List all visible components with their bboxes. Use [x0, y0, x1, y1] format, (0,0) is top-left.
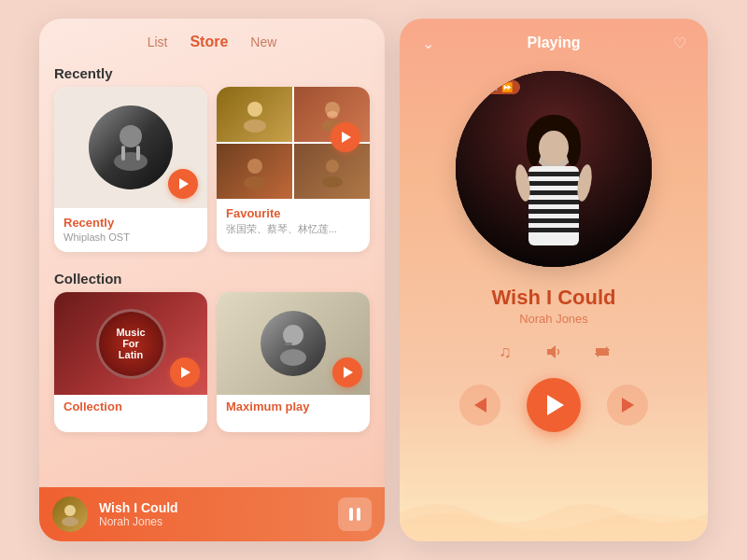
- recently-play-button[interactable]: [168, 169, 198, 199]
- collection-cards-row: MusicForLatin Collection: [39, 292, 385, 487]
- jazz-icon: [261, 311, 326, 376]
- svg-point-5: [244, 119, 266, 133]
- pause-bar-right: [357, 508, 360, 521]
- collection-section-title: Collection: [39, 263, 385, 292]
- drummer-avatar: [89, 105, 173, 189]
- favourite-card-title: Favourite: [226, 206, 360, 220]
- svg-point-13: [283, 325, 303, 345]
- svg-rect-16: [285, 343, 292, 345]
- svg-rect-28: [529, 181, 579, 186]
- tab-new[interactable]: New: [250, 35, 276, 49]
- favourite-card-sub: 张国荣、蔡琴、林忆莲...: [226, 222, 360, 236]
- favourite-card-img: [217, 87, 370, 199]
- pause-icon: [349, 508, 360, 521]
- track-artist: Norah Jones: [491, 312, 615, 326]
- svg-point-0: [120, 125, 142, 147]
- collection-card-info: Collection: [54, 395, 207, 418]
- svg-point-12: [322, 176, 343, 188]
- svg-marker-36: [547, 345, 556, 358]
- pause-button[interactable]: [338, 497, 372, 531]
- fav-img-3: [217, 144, 292, 199]
- favourite-card-info: Favourite 张国荣、蔡琴、林忆莲...: [217, 199, 370, 245]
- heart-icon[interactable]: ♡: [670, 34, 689, 52]
- app-container: List Store New Recently: [0, 0, 747, 560]
- mini-player[interactable]: Wish I Could Norah Jones: [39, 487, 385, 541]
- track-title: Wish I Could: [491, 286, 615, 310]
- controls-icons: ♫: [492, 339, 615, 365]
- right-header: ⌄ Playing ♡: [400, 19, 708, 60]
- chevron-down-icon[interactable]: ⌄: [418, 34, 437, 52]
- svg-rect-2: [121, 146, 125, 161]
- norah-image: 01:26 ⏩: [456, 71, 652, 267]
- time-badge: 01:26 ⏩: [467, 80, 520, 94]
- pause-bar-left: [349, 508, 353, 521]
- svg-point-9: [247, 159, 262, 174]
- fav-img-1: [217, 87, 292, 142]
- recently-card[interactable]: Recently Whiplash OST: [54, 87, 207, 252]
- tab-store[interactable]: Store: [190, 34, 228, 50]
- maximum-card[interactable]: Maximum play: [217, 292, 370, 432]
- maximum-card-title: Maximum play: [226, 399, 360, 413]
- repeat-icon[interactable]: [589, 339, 615, 365]
- collection-card[interactable]: MusicForLatin Collection: [54, 292, 207, 432]
- tab-list[interactable]: List: [148, 35, 168, 49]
- svg-point-25: [539, 131, 569, 164]
- album-art: 01:26 ⏩: [456, 71, 652, 267]
- svg-rect-27: [529, 172, 579, 176]
- playback-controls: [459, 378, 648, 432]
- svg-rect-33: [529, 228, 579, 232]
- collection-play-button[interactable]: [170, 357, 200, 387]
- mini-player-artist: Norah Jones: [99, 515, 327, 528]
- maximum-card-img: [217, 292, 370, 395]
- recently-card-title: Recently: [63, 216, 198, 230]
- svg-point-14: [280, 349, 306, 366]
- maximum-card-info: Maximum play: [217, 395, 370, 418]
- fast-forward-icon: ⏩: [501, 82, 513, 92]
- playing-label: Playing: [528, 35, 581, 51]
- recently-card-sub: Whiplash OST: [63, 231, 198, 243]
- collection-card-img: MusicForLatin: [54, 292, 207, 395]
- volume-icon[interactable]: [541, 339, 567, 365]
- wave-decoration: [400, 485, 708, 541]
- svg-rect-29: [529, 190, 579, 195]
- svg-rect-26: [529, 166, 579, 245]
- left-panel: List Store New Recently: [39, 19, 385, 541]
- recently-section-title: Recently: [39, 58, 385, 87]
- favourite-play-button[interactable]: [331, 122, 360, 152]
- svg-rect-30: [529, 200, 579, 204]
- previous-button[interactable]: [459, 385, 500, 426]
- svg-rect-3: [136, 146, 140, 161]
- svg-point-8: [327, 111, 338, 119]
- svg-point-11: [326, 160, 339, 173]
- svg-point-18: [62, 517, 78, 526]
- play-button[interactable]: [527, 378, 581, 432]
- svg-point-4: [247, 102, 262, 117]
- collection-card-title: Collection: [63, 399, 198, 413]
- mini-info: Wish I Could Norah Jones: [99, 500, 327, 528]
- latin-circle: MusicForLatin: [96, 309, 166, 379]
- music-note-icon[interactable]: ♫: [492, 339, 518, 365]
- svg-rect-32: [529, 218, 579, 223]
- track-info: Wish I Could Norah Jones: [472, 278, 634, 329]
- favourite-card[interactable]: Favourite 张国荣、蔡琴、林忆莲...: [217, 87, 370, 252]
- time-text: 01:26: [474, 82, 498, 92]
- drummer-icon: [89, 105, 173, 189]
- recently-cards-row: Recently Whiplash OST: [39, 87, 385, 263]
- fav-img-4: [294, 144, 370, 199]
- recently-card-info: Recently Whiplash OST: [54, 208, 207, 252]
- svg-point-1: [114, 152, 148, 171]
- svg-point-17: [64, 505, 76, 516]
- mini-player-title: Wish I Could: [99, 500, 327, 515]
- recently-card-img: [54, 87, 207, 208]
- svg-point-10: [244, 176, 266, 189]
- svg-rect-31: [529, 209, 579, 214]
- right-panel: ⌄ Playing ♡: [400, 19, 708, 541]
- next-button[interactable]: [607, 385, 648, 426]
- left-header: List Store New: [39, 19, 385, 58]
- maximum-play-button[interactable]: [332, 357, 362, 387]
- mini-avatar: [52, 497, 88, 532]
